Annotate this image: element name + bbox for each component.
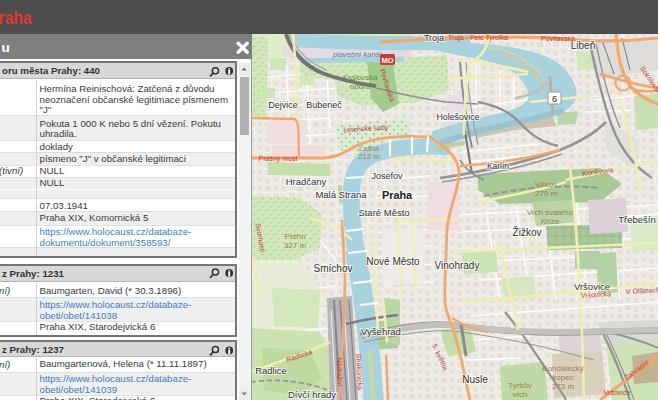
svg-text:Královská: Královská — [342, 73, 378, 82]
svg-text:Petřín: Petřín — [284, 232, 305, 241]
svg-text:Povltavská: Povltavská — [541, 35, 575, 42]
svg-text:Troja: Troja — [424, 34, 444, 43]
svg-text:Hradčany: Hradčany — [286, 176, 327, 187]
svg-text:Třebešín: Třebešín — [618, 214, 656, 225]
svg-text:Staré Město: Staré Město — [358, 207, 409, 218]
svg-text:Holešovice: Holešovice — [436, 112, 479, 122]
svg-text:Vinohrady: Vinohrady — [435, 260, 480, 271]
svg-text:obora: obora — [350, 82, 371, 91]
svg-text:MO: MO — [381, 56, 393, 65]
svg-text:Bubeneč: Bubeneč — [306, 100, 342, 110]
svg-text:Malá Strana: Malá Strana — [315, 189, 367, 200]
svg-text:Karlín: Karlín — [487, 161, 509, 171]
svg-text:Bohdalecký: Bohdalecký — [542, 364, 583, 373]
svg-text:Dejvice: Dejvice — [268, 100, 298, 110]
svg-text:Nusle: Nusle — [462, 374, 488, 385]
svg-text:Tyršův: Tyršův — [508, 381, 532, 390]
svg-text:327 m: 327 m — [284, 241, 307, 250]
svg-text:212 m: 212 m — [358, 152, 381, 161]
svg-text:270 m: 270 m — [535, 189, 558, 198]
svg-text:Dívčí hrady: Dívčí hrady — [288, 389, 336, 400]
svg-text:Josefov: Josefov — [371, 171, 403, 181]
svg-text:Žižkov: Žižkov — [513, 226, 542, 238]
svg-text:plavební kanál: plavební kanál — [332, 50, 382, 59]
svg-text:Strakonická: Strakonická — [355, 354, 363, 391]
svg-text:Vítkov: Vítkov — [535, 180, 557, 189]
svg-text:Smíchov: Smíchov — [314, 263, 353, 274]
svg-text:Nádražní: Nádražní — [336, 358, 344, 387]
svg-text:Kříže: Kříže — [541, 217, 560, 226]
svg-text:6: 6 — [552, 94, 557, 104]
svg-text:kopec: kopec — [552, 373, 573, 382]
svg-text:Prašný most: Prašný most — [259, 155, 298, 163]
svg-text:Vršovice: Vršovice — [604, 389, 631, 396]
svg-text:Troja - Pelc Tyrolka: Troja - Pelc Tyrolka — [448, 34, 508, 42]
svg-text:273 m: 273 m — [552, 382, 575, 391]
svg-text:Vrch svatého: Vrch svatého — [527, 208, 574, 217]
svg-text:vrch: vrch — [512, 390, 527, 399]
svg-text:Vyšehrad: Vyšehrad — [361, 326, 401, 337]
svg-text:Praha: Praha — [382, 189, 413, 201]
svg-text:Nové Město: Nové Město — [366, 256, 420, 267]
svg-text:Radlice: Radlice — [255, 365, 287, 376]
